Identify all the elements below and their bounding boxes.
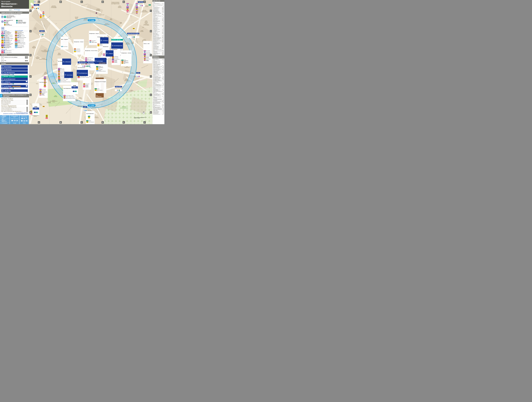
header-kicker: Plan du quartier xyxy=(1,1,28,2)
badge-cluster: 5892 xyxy=(88,116,90,118)
map-icon: Taxi xyxy=(34,1,36,2)
sortie-marker: i Services ▤ Tickets 8 r. de Rennes xyxy=(100,33,108,45)
bus-line-row: 58♿Vanves–Lycée Michelet Châtelet xyxy=(1,35,14,36)
sortie-label: 4 Tour Montparnasse ⇗ xyxy=(1,71,28,74)
metro-line-bullet: 12 xyxy=(42,34,44,35)
index-row: École Nationale du Génie Rural et des Ea… xyxy=(153,80,164,82)
bus-line-badge: 58 xyxy=(96,66,98,67)
bus-line-badge: 82 xyxy=(42,12,44,14)
poi-label: Le Forum 104 xyxy=(100,14,104,15)
section-sorties: Sorties xyxy=(0,62,29,65)
train-line-row: N Gare Montparnasse Mantes-la-Jolie • Dr… xyxy=(1,15,28,19)
metro-line-bullet: 4 xyxy=(141,5,143,6)
bus-line-badge: 91 xyxy=(43,106,45,107)
bus-line-badge: N162 xyxy=(15,47,18,48)
index-row: Centre Commercial Gaîté–MontparnasseC6 xyxy=(153,61,164,62)
legend-body: Vérifiez le niveau d’accessibilité sur w… xyxy=(0,14,29,54)
equipment-row: Cimetière du MontparnasseE6 xyxy=(1,108,28,109)
five-min-badge-top: 5 min xyxy=(88,19,95,21)
accessibility-note: Vérifiez le niveau d’accessibilité sur w… xyxy=(1,14,28,15)
bus-line-badge: 92 xyxy=(96,69,98,70)
bus-line-row: 28♿Pte de Clichy Gare Montparnasse xyxy=(1,31,14,33)
bus-line-badge: 91 xyxy=(96,68,98,68)
bus-line-badge: 92 xyxy=(1,42,4,43)
metro-line-bullet: 13 xyxy=(13,74,14,75)
metro-logo-icon: M xyxy=(12,88,13,89)
metro-line-bullet: 6 xyxy=(9,74,10,75)
sortie-number: 1 xyxy=(65,74,66,75)
bus-stop-row: N13Bobigny P. Picasso xyxy=(39,94,47,95)
bus-line-badge: N160 xyxy=(15,43,18,45)
contact-footer: ▦iledefrance-mobilites.fr ratp.fr ▯Apps … xyxy=(0,115,29,124)
poi-label: Centre de Santé Jack Sénet xyxy=(44,72,48,74)
metro-legend: M 4Pte de Clignancourt Bagneux6Étoile Na… xyxy=(1,19,28,27)
bus-line-badge: 82 xyxy=(121,61,123,62)
sortie-number: 6 xyxy=(106,53,107,54)
sortie-platforms: Depuis les quais etM4etM12 xyxy=(1,83,28,85)
five-min-badge-bottom: 5 min xyxy=(88,104,95,106)
bus-line-badge: 58 xyxy=(95,88,97,89)
metro-line-bullet: 4 xyxy=(4,20,6,22)
index-row: Chambre de Commerce et d'Industrie de Pa… xyxy=(153,64,164,66)
bus-line-badge: 89 xyxy=(136,5,138,6)
poi-label: Lycée Stanislas xyxy=(131,42,134,44)
index-region: Paris xyxy=(153,2,164,3)
bus-stop-box: Gare Montparnasse 39Gare du Nord91Gare d… xyxy=(39,80,48,98)
index-row: RATP Agence Commerciale Salle d'Échange … xyxy=(153,107,164,108)
sncf-station-box: SNCF Gare Montparnasse ▭N xyxy=(71,82,78,94)
bus-line-badge: 39 xyxy=(44,76,46,78)
bus-line-badge: 89 xyxy=(42,14,44,15)
metro-line-bullet: M xyxy=(140,5,141,6)
poi-label: Théâtre Le Guichet xyxy=(78,97,82,99)
index-row: La Poste Paris–Musée de la PosteA4-A5 xyxy=(153,95,164,97)
walker-icon xyxy=(89,19,90,21)
escalator-icon: ⇗ xyxy=(26,85,27,87)
bus-stop-row: N02Circulaire extérieure xyxy=(83,86,91,87)
bus-line-row: N161♿Gare de La Verrière xyxy=(15,45,28,46)
bus-line-badge: 94 xyxy=(144,53,146,54)
bus-line-badge: N122 xyxy=(15,42,18,43)
page-title: Montparnasse–Bienvenüe xyxy=(1,3,28,8)
bus-line-row: 92♿Pte de Champerret Pte d’Orléans xyxy=(1,42,14,43)
escalator-icon: ⇗ xyxy=(26,81,27,82)
poi-label: Jardin Atlantique xyxy=(54,95,57,97)
bus-stop-row: N13Bobigny P. Picasso xyxy=(144,60,152,61)
wheelchair-icon: ♿ xyxy=(18,37,19,38)
social: 𝕏@ ClientsRATP xyxy=(0,123,10,124)
bus-stop-row: N61Clamart – Georges Pompidou xyxy=(63,96,75,98)
bus-line-badge: 58 xyxy=(121,60,123,61)
bus-line-badge: 28 xyxy=(1,31,4,33)
bus-stop-row: 91Montparnasse 2 TGV xyxy=(121,62,131,64)
station-label: Edgar Quinet M6 xyxy=(115,84,122,93)
index-row: 2ème Division Blindée (allée de la)B5-B6 xyxy=(153,4,164,5)
bus-line-row: N01♿Circulaire intérieure xyxy=(1,50,14,52)
transilien-n-icon: N xyxy=(4,16,6,18)
grid-letter: F xyxy=(143,1,146,3)
metro-line-bullet: M xyxy=(84,110,85,111)
bus-line-badge: N01 xyxy=(83,85,85,86)
station-label: Vavin M4 xyxy=(136,70,140,79)
bus-line-badge: 92 xyxy=(95,90,97,91)
bus-line-badge: N13 xyxy=(15,33,17,34)
grid-ref: E6 xyxy=(26,108,28,109)
grid-ref: B5 xyxy=(26,111,28,112)
poi-label: École Maternelle Vaugirard xyxy=(32,46,36,48)
tourisme-culture: Tourisme–Culture Église Notre-Dame des C… xyxy=(0,97,29,112)
bus-line-badge: 91 xyxy=(1,40,4,41)
poi-label: Université de Droit Paris 2 xyxy=(75,17,78,19)
bus-stop-row: 92Pte d’Orléans xyxy=(96,69,107,70)
day-lines-title: Lignes de jour xyxy=(1,30,14,31)
bus-stop-row: 82Luxembourg xyxy=(74,48,83,49)
legend-panel: Plan du quartier Montparnasse–Bienvenüe … xyxy=(0,0,29,124)
metro-logo-icon: M xyxy=(8,88,9,89)
centre-commercial-chip: Centre Commercial xyxy=(12,86,21,87)
bus-line-badge: N63 xyxy=(44,85,46,86)
bus-stop-row: N01Circulaire intérieure xyxy=(83,85,91,86)
sortie-label: 1 Porte Océane ⇗ xyxy=(1,65,28,68)
ratp-logo: RATP xyxy=(9,10,12,11)
bus-line-badge: N13 xyxy=(44,80,46,82)
index-row: Église Notre-Dame des ChampsE3-F3 xyxy=(153,82,164,83)
wheelchair-icon: ♿ xyxy=(4,43,5,44)
grid-letter: E xyxy=(123,121,125,124)
bus-line-badge: 95 xyxy=(127,7,129,8)
